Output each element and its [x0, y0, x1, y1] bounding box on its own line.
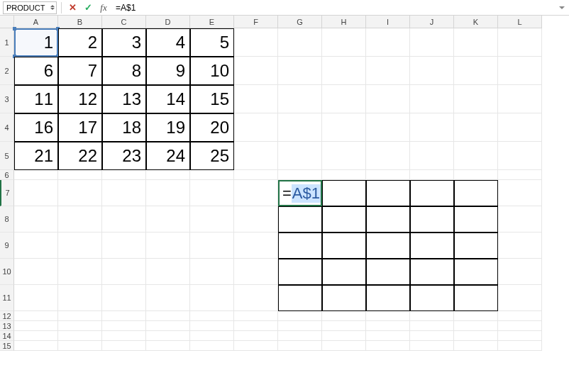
- confirm-button[interactable]: ✓: [82, 1, 94, 14]
- cell[interactable]: [58, 180, 102, 206]
- cell[interactable]: [366, 311, 410, 321]
- row-header[interactable]: 10: [0, 259, 14, 285]
- cell[interactable]: [322, 311, 366, 321]
- cell[interactable]: [14, 311, 58, 321]
- column-header[interactable]: F: [234, 16, 278, 28]
- cell[interactable]: [278, 206, 322, 233]
- cell[interactable]: [278, 259, 322, 285]
- row-header[interactable]: 1: [0, 28, 14, 57]
- cell[interactable]: [410, 170, 454, 180]
- cell[interactable]: [322, 233, 366, 259]
- column-header[interactable]: L: [498, 16, 542, 28]
- cell[interactable]: [58, 206, 102, 233]
- cell[interactable]: [498, 285, 542, 311]
- cell[interactable]: [234, 233, 278, 259]
- cell[interactable]: [410, 311, 454, 321]
- cell[interactable]: [410, 285, 454, 311]
- cell[interactable]: [146, 311, 190, 321]
- cell[interactable]: [454, 331, 498, 341]
- cell[interactable]: [190, 206, 234, 233]
- cell[interactable]: [410, 57, 454, 85]
- cell[interactable]: 13: [102, 85, 146, 113]
- cell[interactable]: [14, 341, 58, 351]
- cell[interactable]: [366, 85, 410, 113]
- cell[interactable]: [102, 180, 146, 206]
- column-header[interactable]: J: [410, 16, 454, 28]
- cell[interactable]: 18: [102, 113, 146, 142]
- cell[interactable]: [278, 341, 322, 351]
- cell[interactable]: [410, 206, 454, 233]
- cell[interactable]: [454, 311, 498, 321]
- cell[interactable]: [146, 233, 190, 259]
- cell[interactable]: [366, 259, 410, 285]
- cell[interactable]: 8: [102, 57, 146, 85]
- cell[interactable]: [498, 113, 542, 142]
- cell[interactable]: [322, 85, 366, 113]
- row-header[interactable]: 3: [0, 85, 14, 113]
- cell[interactable]: [146, 206, 190, 233]
- column-header[interactable]: C: [102, 16, 146, 28]
- cell[interactable]: [366, 57, 410, 85]
- column-header[interactable]: E: [190, 16, 234, 28]
- spinner-down-icon[interactable]: [50, 8, 55, 10]
- cell[interactable]: [366, 142, 410, 170]
- cell[interactable]: [234, 28, 278, 57]
- cell[interactable]: 24: [146, 142, 190, 170]
- cell[interactable]: [454, 57, 498, 85]
- cell[interactable]: [234, 142, 278, 170]
- cell[interactable]: [234, 113, 278, 142]
- row-header[interactable]: 2: [0, 57, 14, 85]
- cell[interactable]: [410, 341, 454, 351]
- cell[interactable]: [410, 180, 454, 206]
- column-header[interactable]: H: [322, 16, 366, 28]
- cell[interactable]: [234, 331, 278, 341]
- row-header[interactable]: 12: [0, 311, 14, 321]
- cell[interactable]: 9: [146, 57, 190, 85]
- cell[interactable]: [454, 28, 498, 57]
- cell[interactable]: [498, 57, 542, 85]
- cell[interactable]: 14: [146, 85, 190, 113]
- range-handle[interactable]: [13, 27, 16, 30]
- cell[interactable]: [58, 285, 102, 311]
- cell[interactable]: [190, 170, 234, 180]
- cell[interactable]: [102, 259, 146, 285]
- cell[interactable]: [410, 85, 454, 113]
- cell[interactable]: [14, 321, 58, 331]
- cell[interactable]: [366, 341, 410, 351]
- cell[interactable]: [58, 233, 102, 259]
- formula-input[interactable]: [113, 1, 555, 14]
- cell[interactable]: [322, 259, 366, 285]
- cell[interactable]: [498, 142, 542, 170]
- cell[interactable]: [498, 170, 542, 180]
- cell[interactable]: [322, 180, 366, 206]
- cell[interactable]: [58, 321, 102, 331]
- cell[interactable]: [454, 180, 498, 206]
- cell[interactable]: [102, 341, 146, 351]
- cell[interactable]: 11: [14, 85, 58, 113]
- cell[interactable]: [234, 170, 278, 180]
- cell[interactable]: [234, 311, 278, 321]
- cell[interactable]: [322, 142, 366, 170]
- cell[interactable]: [234, 285, 278, 311]
- cell[interactable]: [498, 341, 542, 351]
- cell[interactable]: =A$1: [278, 180, 322, 206]
- cell[interactable]: [146, 331, 190, 341]
- column-header[interactable]: I: [366, 16, 410, 28]
- cell[interactable]: [454, 259, 498, 285]
- cell[interactable]: [454, 285, 498, 311]
- cell[interactable]: [146, 341, 190, 351]
- row-header[interactable]: 5: [0, 142, 14, 170]
- cell[interactable]: [278, 113, 322, 142]
- cell[interactable]: [102, 285, 146, 311]
- cell[interactable]: [454, 233, 498, 259]
- cell[interactable]: [58, 331, 102, 341]
- cell[interactable]: [498, 85, 542, 113]
- cell[interactable]: [278, 233, 322, 259]
- cell[interactable]: [366, 285, 410, 311]
- cell[interactable]: [278, 321, 322, 331]
- cell[interactable]: [322, 170, 366, 180]
- cell[interactable]: 16: [14, 113, 58, 142]
- column-header[interactable]: A: [14, 16, 58, 28]
- row-header[interactable]: 7: [0, 180, 14, 206]
- cell[interactable]: 21: [14, 142, 58, 170]
